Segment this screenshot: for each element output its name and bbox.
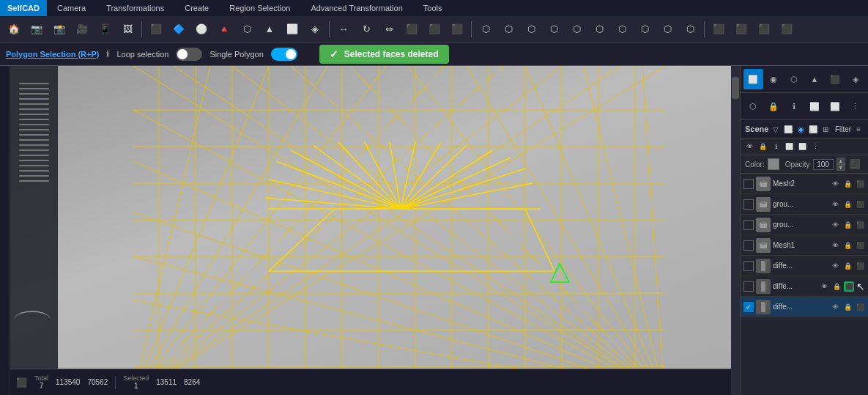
viewport[interactable]: .wire { stroke: #e8c000; stroke-width: 1…	[10, 66, 740, 395]
menu-tools[interactable]: Tools	[413, 0, 453, 16]
toolbar-btn-r1[interactable]: ⬡	[475, 19, 497, 40]
scene-item-group1[interactable]: grou... 👁 🔒 ⬛	[741, 194, 868, 215]
mesh1-lock[interactable]: 🔒	[842, 240, 853, 251]
toolbar-btn-cylinder[interactable]: 🔷	[168, 19, 190, 40]
toolbar-btn-cone[interactable]: 🔺	[213, 19, 235, 40]
toolbar-btn-t5[interactable]: ⬛	[423, 19, 445, 40]
scene-item-diff1[interactable]: diffe... 👁 🔒 ⬛	[741, 256, 868, 276]
scene-item-group2[interactable]: grou... 👁 🔒 ⬛	[741, 215, 868, 235]
toolbar-btn-shape7[interactable]: ◈	[304, 19, 326, 40]
scene-icon-3[interactable]: ⬜	[808, 123, 818, 135]
mesh1-checkbox[interactable]	[743, 240, 754, 251]
toolbar-btn-camera3[interactable]: 🎥	[71, 19, 93, 40]
diff3-info[interactable]: ⬛	[855, 302, 865, 312]
filter-lines-icon[interactable]: ⋮	[809, 141, 821, 152]
group2-lock[interactable]: 🔒	[842, 220, 853, 230]
scene-item-diff2[interactable]: diffe... 👁 🔒 ⬛ ↖	[741, 276, 868, 297]
group2-checkbox[interactable]	[743, 220, 754, 230]
diff2-checkbox[interactable]	[743, 281, 754, 292]
toolbar-btn-tool3[interactable]: ⬛	[753, 19, 775, 40]
scene-icon-1[interactable]: ⬜	[783, 123, 793, 135]
diff1-checkbox[interactable]	[743, 261, 754, 271]
toolbar-btn-camera2[interactable]: 📸	[48, 19, 70, 40]
opacity-down[interactable]: ▼	[837, 164, 845, 171]
toolbar-btn-r2[interactable]: ⬡	[497, 19, 519, 40]
info-icon[interactable]: ℹ	[106, 49, 109, 59]
mesh2-eye[interactable]: 👁	[830, 179, 840, 189]
toolbar-btn-shape5[interactable]: ▲	[259, 19, 281, 40]
toolbar-btn-torus[interactable]: ⬡	[236, 19, 258, 40]
toolbar-btn-r5[interactable]: ⬡	[565, 19, 587, 40]
group1-info[interactable]: ⬛	[855, 199, 865, 210]
toolbar-btn-shape6[interactable]: ⬜	[281, 19, 303, 40]
menu-region-selection[interactable]: Region Selection	[219, 0, 300, 16]
menu-create[interactable]: Create	[174, 0, 219, 16]
view-icon-wire[interactable]: ◈	[845, 69, 865, 89]
toolbar-btn-r4[interactable]: ⬡	[543, 19, 565, 40]
scene-item-mesh2[interactable]: Mesh2 👁 🔒 ⬛	[741, 174, 868, 194]
toolbar-btn-move[interactable]: ↔	[333, 19, 355, 40]
mesh1-eye[interactable]: 👁	[830, 240, 840, 251]
opacity-input[interactable]	[813, 159, 834, 170]
scene-filter-icon[interactable]: ▽	[771, 123, 781, 135]
toolbar-btn-r10[interactable]: ⬡	[679, 19, 701, 40]
diff1-info[interactable]: ⬛	[855, 261, 865, 271]
toolbar-btn-t6[interactable]: ⬛	[446, 19, 468, 40]
filter-box-icon[interactable]: ⬜	[783, 141, 795, 152]
diff2-info[interactable]: ⬛	[844, 281, 854, 292]
mesh1-info[interactable]: ⬛	[855, 240, 865, 251]
scene-item-mesh1[interactable]: Mesh1 👁 🔒 ⬛	[741, 235, 868, 256]
toolbar-btn-tool2[interactable]: ⬛	[730, 19, 752, 40]
view-icon-top[interactable]: ◉	[764, 69, 784, 89]
diff3-lock[interactable]: 🔒	[842, 302, 853, 312]
diff2-eye[interactable]: 👁	[819, 281, 829, 292]
toolbar-btn-image[interactable]: 🖼	[116, 19, 138, 40]
loop-toggle[interactable]	[176, 48, 202, 61]
filter-eye-icon[interactable]: 👁	[743, 141, 755, 152]
filter-info-icon[interactable]: ℹ	[770, 141, 782, 152]
group2-info[interactable]: ⬛	[855, 220, 865, 230]
toolbar-btn-camera1[interactable]: 📷	[26, 19, 48, 40]
view-icon-solid[interactable]: ⬛	[825, 69, 845, 89]
toolbar-btn-sphere[interactable]: ⚪	[190, 19, 212, 40]
toolbar-btn-cube[interactable]: ⬛	[145, 19, 167, 40]
group1-eye[interactable]: 👁	[830, 199, 840, 210]
toolbar-btn-t4[interactable]: ⬛	[401, 19, 423, 40]
toolbar-btn-scale[interactable]: ⇔	[378, 19, 400, 40]
toolbar-btn-rotate[interactable]: ↻	[355, 19, 377, 40]
toolbar-btn-tool4[interactable]: ⬛	[776, 19, 798, 40]
menu-transformations[interactable]: Transformations	[96, 0, 174, 16]
view-icon2-3[interactable]: ℹ	[784, 96, 804, 117]
view-icon-side[interactable]: ▲	[804, 69, 824, 89]
diff2-lock[interactable]: 🔒	[831, 281, 842, 292]
filter-options-icon[interactable]: ≡	[853, 123, 864, 135]
group1-lock[interactable]: 🔒	[842, 199, 853, 210]
group2-eye[interactable]: 👁	[830, 220, 840, 230]
filter-lock-icon[interactable]: 🔒	[757, 141, 768, 152]
toolbar-btn-r7[interactable]: ⬡	[611, 19, 633, 40]
view-icon2-4[interactable]: ⬜	[804, 96, 824, 117]
group1-checkbox[interactable]	[743, 199, 754, 210]
opacity-extra[interactable]: ⬛	[850, 159, 860, 169]
view-icon2-6[interactable]: ⋮	[845, 96, 865, 117]
viewport-scrollbar[interactable]	[731, 66, 740, 395]
scene-item-diff3[interactable]: ✓ diffe... 👁 🔒 ⬛	[741, 297, 868, 317]
view-icon2-1[interactable]: ⬡	[743, 96, 763, 117]
toolbar-btn-tool1[interactable]: ⬛	[708, 19, 730, 40]
toolbar-btn-camera4[interactable]: 📱	[94, 19, 116, 40]
diff1-lock[interactable]: 🔒	[842, 261, 853, 271]
mesh2-lock[interactable]: 🔒	[842, 179, 853, 189]
view-icon2-5[interactable]: ⬜	[825, 96, 845, 117]
toolbar-btn-r6[interactable]: ⬡	[588, 19, 610, 40]
filter-box2-icon[interactable]: ⬜	[796, 141, 808, 152]
toolbar-btn-home[interactable]: 🏠	[3, 19, 25, 40]
view-icon-front[interactable]: ⬡	[784, 69, 804, 89]
view-icon2-2[interactable]: 🔒	[764, 96, 784, 117]
mesh2-info[interactable]: ⬛	[855, 179, 865, 189]
menu-camera[interactable]: Camera	[47, 0, 96, 16]
scene-icon-grid[interactable]: ⊞	[820, 123, 831, 135]
view-icon-perspective[interactable]: ⬜	[743, 69, 763, 89]
single-polygon-toggle[interactable]	[271, 48, 297, 61]
scene-icon-2[interactable]: ◉	[795, 123, 806, 135]
diff1-eye[interactable]: 👁	[830, 261, 840, 271]
